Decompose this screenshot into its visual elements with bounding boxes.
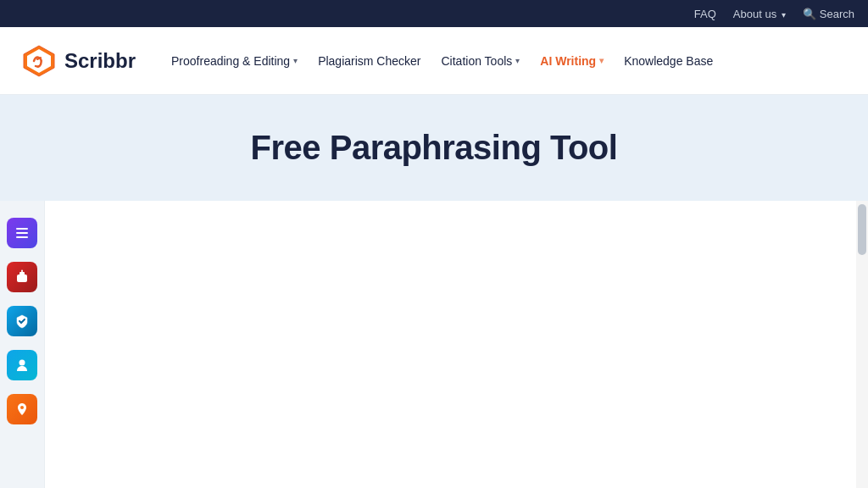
nav-items: Proofreading & Editing ▾ Plagiarism Chec… xyxy=(163,49,721,73)
faq-link[interactable]: FAQ xyxy=(694,8,716,20)
svg-rect-9 xyxy=(20,280,24,281)
svg-point-13 xyxy=(20,406,24,409)
svg-rect-3 xyxy=(16,232,28,234)
nav-item-plagiarism[interactable]: Plagiarism Checker xyxy=(309,49,429,73)
pin-sidebar-icon[interactable] xyxy=(7,394,37,424)
scrollbar-thumb[interactable] xyxy=(858,204,866,255)
chevron-down-icon: ▾ xyxy=(599,56,604,65)
hero-title: Free Paraphrasing Tool xyxy=(20,129,848,167)
svg-rect-5 xyxy=(17,274,27,282)
tool-area xyxy=(44,201,856,488)
about-link[interactable]: About us ▾ xyxy=(733,8,786,20)
person-sidebar-icon[interactable] xyxy=(7,350,37,380)
shield-icon xyxy=(14,313,31,330)
robot-icon xyxy=(14,269,31,286)
nav-item-proofreading[interactable]: Proofreading & Editing ▾ xyxy=(163,49,306,73)
about-chevron-icon: ▾ xyxy=(782,10,786,19)
chevron-down-icon: ▾ xyxy=(515,56,520,65)
content-area xyxy=(0,201,868,488)
nav-item-knowledge[interactable]: Knowledge Base xyxy=(615,49,721,73)
search-icon: 🔍 xyxy=(803,8,816,20)
chevron-down-icon: ▾ xyxy=(293,56,298,65)
logo-text: Scribbr xyxy=(64,49,136,73)
about-label: About us xyxy=(733,8,776,20)
scrollbar[interactable] xyxy=(856,201,868,488)
main-nav: Scribbr Proofreading & Editing ▾ Plagiar… xyxy=(0,27,868,95)
svg-point-11 xyxy=(21,270,23,272)
hero-section: Free Paraphrasing Tool xyxy=(0,95,868,201)
search-button[interactable]: 🔍 Search xyxy=(803,8,854,20)
pin-icon xyxy=(14,401,31,418)
svg-rect-2 xyxy=(16,228,28,230)
top-bar: FAQ About us ▾ 🔍 Search xyxy=(0,0,868,27)
left-sidebar xyxy=(0,201,44,488)
nav-item-ai-writing[interactable]: AI Writing ▾ xyxy=(531,49,612,73)
svg-rect-4 xyxy=(16,236,28,238)
search-label: Search xyxy=(820,8,854,20)
svg-point-8 xyxy=(23,277,25,280)
list-sidebar-icon[interactable] xyxy=(7,218,37,248)
list-icon xyxy=(14,225,31,241)
svg-point-12 xyxy=(19,360,25,366)
nav-item-citation[interactable]: Citation Tools ▾ xyxy=(433,49,529,73)
person-icon xyxy=(14,357,31,374)
robot-sidebar-icon[interactable] xyxy=(7,262,37,292)
svg-rect-6 xyxy=(19,272,25,275)
logo[interactable]: Scribbr xyxy=(20,42,136,80)
logo-icon xyxy=(20,42,58,80)
svg-point-7 xyxy=(19,277,22,280)
shield-sidebar-icon[interactable] xyxy=(7,306,37,336)
